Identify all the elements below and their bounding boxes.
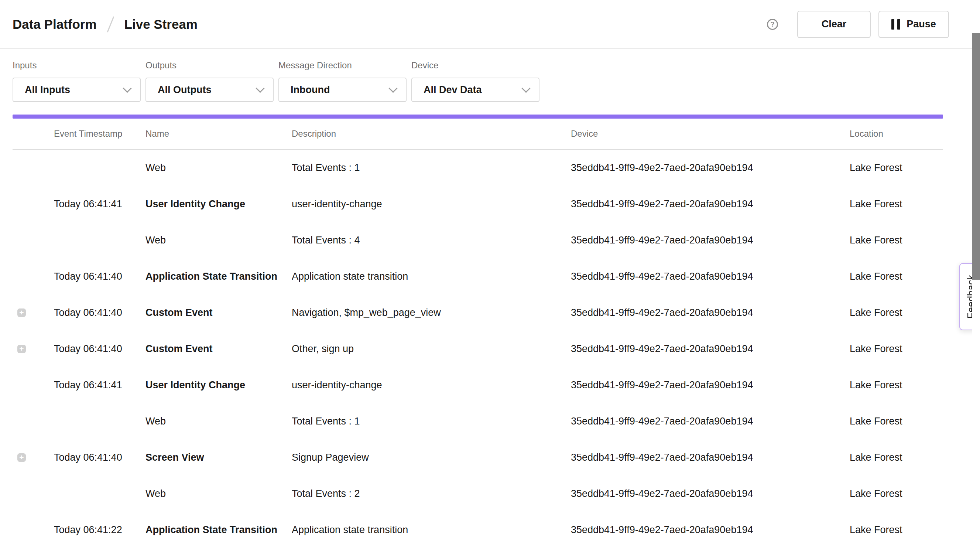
stream-progress-bar bbox=[13, 115, 943, 118]
row-name: User Identity Change bbox=[145, 198, 292, 210]
row-timestamp: Today 06:41:41 bbox=[54, 198, 145, 210]
clear-button[interactable]: Clear bbox=[797, 11, 871, 38]
expand-plus-icon[interactable]: + bbox=[18, 308, 26, 317]
table-body: + Web Total Events : 1 35eddb41-9ff9-49e… bbox=[13, 150, 956, 548]
header-actions: ? Clear Pause bbox=[767, 11, 949, 38]
row-location: Lake Forest bbox=[850, 379, 943, 391]
table-header-row: Event Timestamp Name Description Device … bbox=[13, 118, 943, 150]
outputs-select[interactable]: All Outputs bbox=[145, 78, 274, 102]
row-expand-cell: + bbox=[13, 200, 54, 208]
row-expand-cell: + bbox=[13, 417, 54, 426]
column-description: Description bbox=[292, 129, 571, 139]
row-description: Application state transition bbox=[292, 270, 571, 282]
expand-plus-icon[interactable]: + bbox=[18, 453, 26, 462]
filter-message-direction-label: Message Direction bbox=[278, 60, 407, 70]
row-timestamp: Today 06:41:41 bbox=[54, 379, 145, 391]
filter-inputs: Inputs All Inputs bbox=[13, 60, 141, 102]
help-icon[interactable]: ? bbox=[767, 19, 778, 30]
row-expand-cell: + bbox=[13, 490, 54, 498]
filter-inputs-label: Inputs bbox=[13, 60, 141, 70]
row-device: 35eddb41-9ff9-49e2-7aed-20afa90eb194 bbox=[571, 415, 850, 427]
filter-message-direction: Message Direction Inbound bbox=[278, 60, 407, 102]
column-location: Location bbox=[850, 129, 943, 139]
row-location: Lake Forest bbox=[850, 343, 943, 355]
breadcrumb-separator bbox=[107, 16, 114, 32]
row-name: Application State Transition bbox=[145, 270, 292, 282]
row-name: Application State Transition bbox=[145, 524, 292, 536]
row-expand-cell: + bbox=[13, 308, 54, 317]
table-row[interactable]: + Web Total Events : 2 35eddb41-9ff9-49e… bbox=[13, 476, 943, 512]
row-description: Application state transition bbox=[292, 524, 571, 536]
column-device: Device bbox=[571, 129, 850, 139]
device-select-value: All Dev Data bbox=[423, 84, 482, 96]
table-row[interactable]: + Today 06:41:40 Screen View Signup Page… bbox=[13, 439, 943, 476]
row-device: 35eddb41-9ff9-49e2-7aed-20afa90eb194 bbox=[571, 452, 850, 463]
table-row[interactable]: + Today 06:41:41 User Identity Change us… bbox=[13, 186, 943, 222]
row-description: Other, sign up bbox=[292, 343, 571, 355]
row-device: 35eddb41-9ff9-49e2-7aed-20afa90eb194 bbox=[571, 379, 850, 391]
row-name: Custom Event bbox=[145, 343, 292, 355]
filter-device-label: Device bbox=[411, 60, 539, 70]
row-expand-cell: + bbox=[13, 236, 54, 244]
column-name: Name bbox=[145, 129, 292, 139]
chevron-down-icon bbox=[388, 84, 397, 93]
row-description: Total Events : 1 bbox=[292, 162, 571, 174]
filter-bar: Inputs All Inputs Outputs All Outputs Me… bbox=[0, 49, 980, 102]
row-name: Web bbox=[145, 415, 292, 427]
row-description: user-identity-change bbox=[292, 198, 571, 210]
outputs-select-value: All Outputs bbox=[158, 84, 211, 96]
table-row[interactable]: + Today 06:41:40 Application State Trans… bbox=[13, 258, 943, 294]
row-location: Lake Forest bbox=[850, 452, 943, 463]
row-location: Lake Forest bbox=[850, 524, 943, 536]
vertical-scrollbar-thumb[interactable] bbox=[972, 33, 980, 280]
column-event-timestamp: Event Timestamp bbox=[54, 129, 145, 139]
row-name: Custom Event bbox=[145, 306, 292, 318]
table-row[interactable]: + Today 06:41:22 Application State Trans… bbox=[13, 512, 943, 548]
expand-plus-icon[interactable]: + bbox=[18, 345, 26, 353]
pause-button[interactable]: Pause bbox=[878, 11, 949, 38]
row-description: Total Events : 1 bbox=[292, 415, 571, 427]
filter-device: Device All Dev Data bbox=[411, 60, 539, 102]
breadcrumb-section[interactable]: Data Platform bbox=[13, 17, 97, 32]
table-row[interactable]: + Web Total Events : 1 35eddb41-9ff9-49e… bbox=[13, 150, 943, 186]
message-direction-select[interactable]: Inbound bbox=[278, 78, 407, 102]
row-description: Navigation, $mp_web_page_view bbox=[292, 306, 571, 318]
row-name: Web bbox=[145, 234, 292, 246]
row-device: 35eddb41-9ff9-49e2-7aed-20afa90eb194 bbox=[571, 162, 850, 174]
row-location: Lake Forest bbox=[850, 270, 943, 282]
row-device: 35eddb41-9ff9-49e2-7aed-20afa90eb194 bbox=[571, 488, 850, 500]
row-expand-cell: + bbox=[13, 453, 54, 462]
table-row[interactable]: + Web Total Events : 4 35eddb41-9ff9-49e… bbox=[13, 222, 943, 258]
row-timestamp: Today 06:41:22 bbox=[54, 524, 145, 536]
row-device: 35eddb41-9ff9-49e2-7aed-20afa90eb194 bbox=[571, 234, 850, 246]
app-header: Data Platform Live Stream ? Clear Pause bbox=[0, 0, 980, 49]
breadcrumb: Data Platform Live Stream bbox=[13, 16, 197, 33]
table-row[interactable]: + Today 06:41:40 Custom Event Other, sig… bbox=[13, 330, 943, 367]
inputs-select[interactable]: All Inputs bbox=[13, 78, 141, 102]
row-device: 35eddb41-9ff9-49e2-7aed-20afa90eb194 bbox=[571, 306, 850, 318]
row-location: Lake Forest bbox=[850, 198, 943, 210]
row-location: Lake Forest bbox=[850, 234, 943, 246]
row-expand-cell: + bbox=[13, 164, 54, 172]
breadcrumb-page: Live Stream bbox=[124, 17, 197, 32]
pause-button-label: Pause bbox=[907, 19, 936, 30]
row-description: user-identity-change bbox=[292, 379, 571, 391]
row-expand-cell: + bbox=[13, 526, 54, 534]
row-expand-cell: + bbox=[13, 381, 54, 389]
row-timestamp: Today 06:41:40 bbox=[54, 343, 145, 355]
row-name: Screen View bbox=[145, 452, 292, 463]
row-timestamp: Today 06:41:40 bbox=[54, 452, 145, 463]
chevron-down-icon bbox=[522, 84, 530, 93]
row-expand-cell: + bbox=[13, 272, 54, 281]
table-row[interactable]: + Today 06:41:41 User Identity Change us… bbox=[13, 367, 943, 403]
row-location: Lake Forest bbox=[850, 488, 943, 500]
row-description: Total Events : 2 bbox=[292, 488, 571, 500]
filter-outputs-label: Outputs bbox=[145, 60, 274, 70]
row-device: 35eddb41-9ff9-49e2-7aed-20afa90eb194 bbox=[571, 198, 850, 210]
row-name: Web bbox=[145, 162, 292, 174]
device-select[interactable]: All Dev Data bbox=[411, 78, 539, 102]
table-row[interactable]: + Web Total Events : 1 35eddb41-9ff9-49e… bbox=[13, 403, 943, 439]
event-table: Event Timestamp Name Description Device … bbox=[0, 118, 956, 548]
row-name: Web bbox=[145, 488, 292, 500]
table-row[interactable]: + Today 06:41:40 Custom Event Navigation… bbox=[13, 294, 943, 330]
